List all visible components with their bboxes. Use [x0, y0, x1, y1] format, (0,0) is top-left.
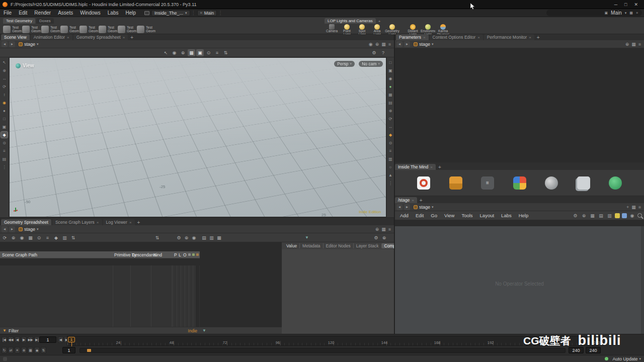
column-flag-p[interactable]: P: [174, 252, 177, 257]
close-button[interactable]: ✕: [634, 2, 638, 7]
close-tab-icon[interactable]: ×: [529, 35, 531, 40]
table-view-icon[interactable]: ▥: [606, 213, 613, 219]
shelf-tool-distant-light[interactable]: Distant Light: [406, 24, 420, 34]
camera-display-icon[interactable]: ⊙: [387, 140, 394, 146]
right-main-selector[interactable]: ▣ Main ▾ ▦ ≡: [546, 10, 642, 16]
sort-icon[interactable]: ⇅: [153, 234, 161, 241]
shelf-tab-test-geometry[interactable]: Test Geometry: [3, 18, 35, 24]
pingpong-button[interactable]: ⇄: [8, 347, 14, 353]
net-menu-layout[interactable]: Layout: [477, 213, 498, 218]
show-prims-icon[interactable]: ▦: [27, 234, 34, 241]
edges-mode-icon[interactable]: ⊕: [179, 49, 187, 56]
smooth-shade-icon[interactable]: ◉: [387, 75, 394, 81]
wrench-icon[interactable]: ⚙: [572, 213, 579, 219]
loop-mode-button[interactable]: ↻: [2, 347, 7, 353]
close-tab-icon[interactable]: ×: [67, 35, 69, 40]
fast-forward-button[interactable]: ▶▶: [28, 336, 33, 343]
column-kind[interactable]: Kind: [153, 252, 162, 257]
new-pane-tab-button[interactable]: +: [535, 35, 541, 40]
brush-tool-icon[interactable]: ≡: [1, 148, 8, 154]
maximize-button[interactable]: □: [624, 2, 627, 7]
realtime-toggle-button[interactable]: ⊕: [21, 347, 27, 353]
forward-icon[interactable]: ▸: [9, 226, 15, 232]
pane-tab-scene-view[interactable]: Scene View: [1, 34, 30, 40]
camera-select-button[interactable]: No cam ▾: [359, 61, 383, 67]
filter-funnel-icon[interactable]: ▼: [3, 328, 7, 333]
menu-edit[interactable]: Edit: [15, 10, 31, 16]
menu-windows[interactable]: Windows: [76, 10, 104, 16]
range-options-button[interactable]: ⇅: [41, 347, 46, 353]
group-list-icon[interactable]: ▤: [387, 100, 394, 106]
follow-selection-icon[interactable]: ⊕: [10, 234, 17, 241]
back-icon[interactable]: ◂: [2, 226, 8, 232]
pane-menu-icon[interactable]: ≡: [638, 42, 641, 47]
shelf-tool-spot-light[interactable]: Spot Light: [355, 24, 369, 34]
forward-icon[interactable]: ▸: [9, 41, 15, 47]
shelf-tool-geometry-light[interactable]: Geometry Light: [385, 24, 399, 34]
pane-tab-parameters[interactable]: Parameters×: [396, 34, 429, 40]
translate-tool-icon[interactable]: ⊕: [1, 67, 8, 73]
add-bookmark-icon[interactable]: +: [626, 205, 629, 210]
list-view-icon[interactable]: ▤: [200, 234, 208, 241]
pane-tab-performance-monitor[interactable]: Performance Monitor×: [484, 34, 534, 40]
shelf-tool[interactable]: Test Geometry: [79, 24, 98, 34]
filter-funnel-icon[interactable]: ▼: [305, 235, 309, 240]
rewind-button[interactable]: ◀◀: [8, 336, 14, 343]
play-button[interactable]: ▶: [21, 336, 27, 343]
pane-tab-scene-graph-layers[interactable]: Scene Graph Layers×: [52, 219, 102, 225]
tool-icon-color-blocks[interactable]: [513, 176, 526, 190]
pane-grid-icon[interactable]: ▦: [629, 11, 633, 15]
net-menu-add[interactable]: Add: [397, 213, 412, 218]
auto-update-selector[interactable]: Auto Update ▾: [605, 356, 641, 361]
sort-mode-icon[interactable]: ⇅: [222, 49, 229, 56]
minimize-button[interactable]: ─: [614, 2, 617, 7]
viewport-settings-gear-icon[interactable]: ⚙: [370, 49, 378, 56]
settings-gear-icon[interactable]: ⚙: [372, 234, 380, 241]
pin-icon[interactable]: ⊕: [581, 213, 587, 219]
chevron-down-icon[interactable]: ▾: [37, 42, 39, 46]
snapshot-icon[interactable]: ◉: [629, 213, 635, 219]
settings-gear-icon[interactable]: ⚙: [175, 234, 183, 241]
pane-tab-geometry-spreadsheet[interactable]: Geometry Spreadsheet×: [73, 34, 128, 40]
close-tab-icon[interactable]: ×: [430, 165, 433, 169]
pin-icon[interactable]: ⊕: [375, 42, 379, 47]
audio-toggle-button[interactable]: ▦: [28, 347, 33, 353]
net-menu-view[interactable]: View: [441, 213, 457, 218]
new-pane-tab-button[interactable]: +: [437, 164, 443, 170]
close-tab-icon[interactable]: ×: [477, 35, 480, 40]
snap-tool-icon[interactable]: ▣: [1, 124, 8, 130]
pin-icon[interactable]: ⊕: [183, 234, 190, 241]
lasso-tool-icon[interactable]: ⊙: [1, 140, 8, 146]
shelf-tool[interactable]: Test Geometry: [22, 24, 41, 34]
points-mode-icon[interactable]: ◉: [171, 49, 178, 56]
active-tool-icon[interactable]: ◆: [1, 132, 8, 138]
pane-menu-icon[interactable]: ≡: [636, 11, 638, 15]
tool-icon-red-swirl[interactable]: [417, 176, 430, 190]
parameters-scrollbar[interactable]: [641, 226, 644, 340]
lights-display-icon[interactable]: ◆: [387, 132, 394, 138]
prev-keyframe-button[interactable]: ◀: [58, 336, 63, 343]
view-tool-icon[interactable]: □: [1, 116, 8, 122]
options-display-icon[interactable]: ≡: [387, 148, 394, 154]
handles-tool-icon[interactable]: ↕: [1, 92, 8, 98]
frame-range-slider[interactable]: [79, 348, 566, 353]
new-pane-tab-button[interactable]: +: [418, 198, 424, 203]
filter-funnel-icon[interactable]: ▼: [202, 328, 206, 333]
tab-value[interactable]: Value: [284, 243, 299, 248]
help-icon[interactable]: ?: [379, 49, 387, 56]
uv-display-icon[interactable]: ↔: [387, 124, 394, 130]
shelf-tool-camera[interactable]: Camera: [325, 24, 339, 34]
pane-menu-icon[interactable]: ≡: [388, 42, 391, 47]
shelf-tool-karma-sky[interactable]: Karma Physical Sk: [436, 24, 450, 34]
go-to-start-button[interactable]: |◀: [2, 336, 7, 343]
layout-icon[interactable]: ▦: [381, 227, 386, 232]
timeline-ruler[interactable]: 24 48 72 96 120 144 168 192 216 240 1: [67, 336, 600, 346]
objects-mode-icon[interactable]: ⊙: [205, 49, 212, 56]
new-pane-tab-button[interactable]: +: [136, 220, 142, 225]
tool-icon-terminal[interactable]: ≡: [481, 176, 494, 190]
chevron-down-icon[interactable]: ▾: [432, 42, 434, 46]
scale-tool-icon[interactable]: ⟳: [1, 83, 8, 89]
scene-viewport[interactable]: -50 -25 25 View Persp ▾ No cam ▾ Indie E…: [9, 57, 386, 217]
layout-icon[interactable]: ▦: [631, 205, 636, 210]
column-flag-l[interactable]: L: [179, 252, 181, 257]
